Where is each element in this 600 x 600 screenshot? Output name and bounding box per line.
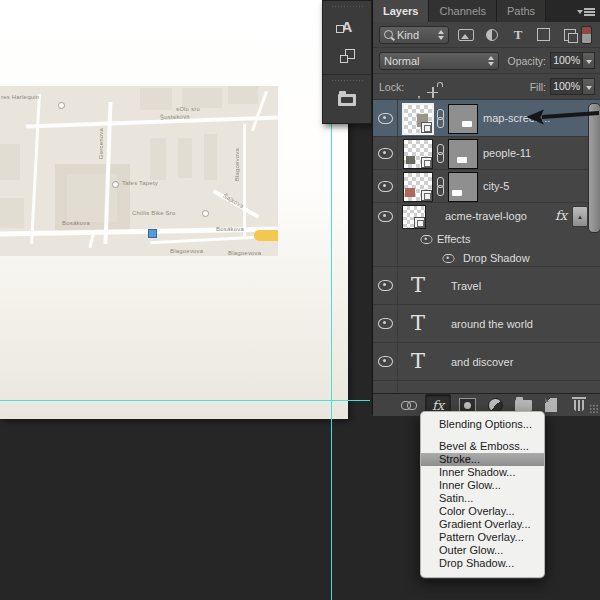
character-styles-panel-button[interactable]: A [323, 11, 371, 41]
pixel-filter-button[interactable] [458, 27, 475, 43]
visibility-toggle[interactable] [373, 137, 398, 169]
libraries-panel-button[interactable] [323, 85, 371, 115]
fx-icon[interactable]: fx [555, 208, 567, 223]
menu-item-outer-glow[interactable]: Outer Glow... [421, 544, 544, 557]
type-layer-icon[interactable]: T [411, 313, 425, 334]
layer-thumbnail[interactable] [403, 172, 433, 202]
opacity-label: Opacity: [507, 55, 546, 67]
blend-mode-value: Normal [384, 55, 419, 67]
horizontal-guide[interactable] [0, 400, 370, 401]
fill-value[interactable]: 100% [550, 78, 583, 95]
layer-name[interactable]: around the world [451, 318, 533, 330]
shape-filter-button[interactable] [535, 27, 552, 43]
map-building [0, 198, 24, 228]
delete-layer-button[interactable] [567, 395, 591, 415]
map-building [182, 88, 222, 108]
opacity-field[interactable]: 100% [550, 52, 595, 69]
map-poi-marker [112, 181, 119, 188]
shape-icon [537, 28, 550, 41]
effects-label: Effects [437, 233, 470, 245]
map-label: Bosákova [62, 220, 90, 226]
menu-item-drop-shadow[interactable]: Drop Shadow... [421, 557, 544, 570]
opacity-value[interactable]: 100% [550, 52, 583, 69]
fill-field[interactable]: 100% [550, 78, 595, 95]
layer-row-travel[interactable]: T Travel [373, 267, 600, 305]
layer-name[interactable]: and discover [451, 356, 513, 368]
dock-grip[interactable] [331, 79, 363, 83]
lock-row: Lock: Fill: 100% [373, 74, 600, 100]
type-layer-icon[interactable]: T [411, 351, 425, 372]
opacity-dropdown-arrow[interactable] [583, 52, 595, 69]
map-building [150, 138, 166, 180]
visibility-toggle[interactable] [373, 305, 398, 342]
drop-shadow-effect-row[interactable]: Drop Shadow [373, 248, 600, 267]
collapse-effects-button[interactable]: ▲ [572, 206, 588, 227]
adjustment-filter-button[interactable] [484, 27, 501, 43]
effects-header-row[interactable]: Effects [373, 229, 600, 248]
eye-icon[interactable] [443, 254, 455, 263]
menu-item-gradient-overlay[interactable]: Gradient Overlay... [421, 518, 544, 531]
map-label: sOlo sro [176, 106, 200, 112]
layer-name[interactable]: city-5 [483, 180, 509, 192]
tab-layers[interactable]: Layers [373, 0, 429, 22]
layer-thumbnail[interactable] [403, 139, 433, 169]
menu-item-satin[interactable]: Satin... [421, 492, 544, 505]
visibility-toggle[interactable] [373, 100, 398, 136]
menu-item-inner-glow[interactable]: Inner Glow... [421, 479, 544, 492]
eye-icon[interactable] [421, 235, 433, 244]
dock-grip[interactable] [331, 5, 363, 9]
character-styles-icon: A [342, 18, 353, 35]
layer-name[interactable]: people-11 [483, 147, 531, 159]
layer-name[interactable]: acme-travel-logo [445, 210, 527, 222]
chain-link-icon[interactable] [436, 177, 445, 195]
layers-list: map-screen... people-11 [373, 100, 600, 393]
menu-item-bevel-emboss[interactable]: Bevel & Emboss... [421, 440, 544, 453]
map-building [204, 134, 217, 180]
smart-object-badge [421, 190, 432, 201]
layer-row-acme-travel-logo[interactable]: acme-travel-logo fx ▲ [373, 203, 600, 229]
type-layer-icon[interactable]: T [411, 275, 425, 296]
menu-item-blending-options[interactable]: Blending Options... [421, 418, 544, 431]
visibility-toggle[interactable] [373, 267, 398, 304]
tab-channels[interactable]: Channels [429, 0, 496, 22]
chain-link-icon[interactable] [436, 144, 445, 162]
layer-mask-thumbnail[interactable] [448, 104, 478, 134]
filter-toggle[interactable] [578, 27, 595, 43]
photoshop-window: res Harlequin sOlo sro Šustekova Gerceno… [0, 0, 600, 600]
visibility-toggle[interactable] [373, 170, 398, 202]
link-layers-button[interactable] [397, 395, 421, 415]
menu-item-color-overlay[interactable]: Color Overlay... [421, 505, 544, 518]
document-canvas[interactable]: res Harlequin sOlo sro Šustekova Gerceno… [0, 0, 348, 419]
layer-mask-thumbnail[interactable] [448, 172, 478, 202]
eye-icon [378, 280, 393, 291]
layer-thumbnail[interactable] [402, 205, 426, 229]
layer-name[interactable]: Travel [451, 280, 481, 292]
layer-row-city-5[interactable]: city-5 [373, 170, 600, 203]
tab-paths[interactable]: Paths [497, 0, 546, 22]
panel-menu-icon[interactable] [577, 7, 595, 16]
panel-resize-grip[interactable] [589, 404, 599, 414]
type-filter-button[interactable]: T [510, 27, 527, 43]
dropdown-arrows-icon [484, 56, 494, 66]
menu-item-pattern-overlay[interactable]: Pattern Overlay... [421, 531, 544, 544]
triangle-up-icon: ▲ [577, 214, 583, 220]
layer-row-people-11[interactable]: people-11 [373, 137, 600, 170]
filter-kind-dropdown[interactable]: Kind [379, 26, 449, 44]
blend-mode-dropdown[interactable]: Normal [379, 52, 499, 70]
visibility-toggle[interactable] [373, 203, 398, 229]
layer-mask-thumbnail[interactable] [448, 139, 478, 169]
lock-label: Lock: [379, 81, 404, 93]
vertical-guide[interactable] [331, 122, 332, 600]
menu-item-stroke[interactable]: Stroke... [421, 453, 544, 466]
chain-link-icon[interactable] [436, 109, 445, 127]
layer-row-around-the-world[interactable]: T around the world [373, 305, 600, 343]
type-icon: T [514, 27, 523, 43]
fill-dropdown-arrow[interactable] [583, 78, 595, 95]
map-label: Tafes Tapety [122, 180, 158, 186]
smart-object-filter-button[interactable] [561, 27, 578, 43]
layer-comps-panel-button[interactable] [323, 41, 371, 71]
menu-item-inner-shadow[interactable]: Inner Shadow... [421, 466, 544, 479]
visibility-toggle[interactable] [373, 343, 398, 380]
layer-thumbnail[interactable] [402, 103, 434, 135]
layer-row-and-discover[interactable]: T and discover [373, 343, 600, 381]
